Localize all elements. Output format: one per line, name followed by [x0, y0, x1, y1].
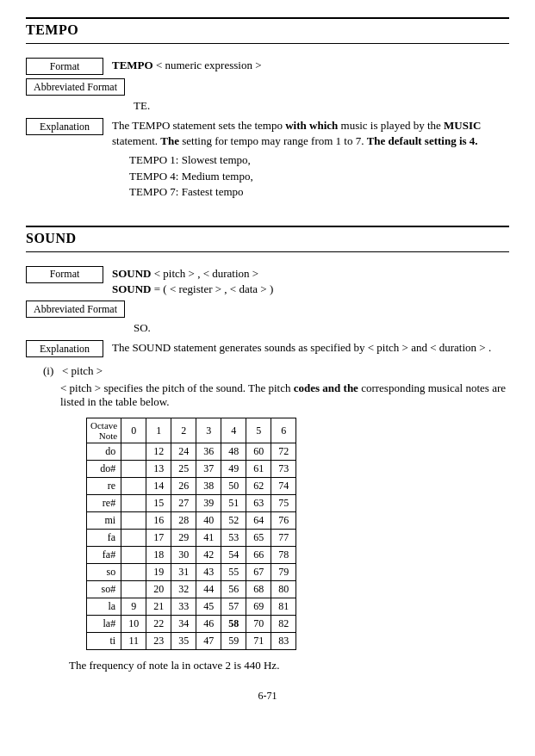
- cell: 44: [196, 581, 221, 598]
- tempo-items: TEMPO 1: Slowest tempo, TEMPO 4: Medium …: [129, 152, 509, 200]
- tempo-format-text: < numeric expression >: [156, 59, 262, 71]
- note-re-sharp: re#: [87, 495, 121, 512]
- cell: 12: [146, 443, 171, 461]
- sound-divider-top: [26, 226, 509, 227]
- cell: 77: [271, 530, 296, 547]
- table-row: fa# 18 30 42 54 66 78: [87, 547, 296, 564]
- tempo-item-4: TEMPO 4: Medium tempo,: [129, 169, 509, 184]
- cell: 83: [271, 633, 296, 650]
- col-header-3: 3: [196, 418, 221, 443]
- tempo-abbrev-label: Abbreviated Format: [26, 78, 125, 96]
- table-row: do 12 24 36 48 60 72: [87, 443, 296, 461]
- cell: 47: [196, 633, 221, 650]
- cell: 81: [271, 598, 296, 616]
- cell: 30: [171, 547, 196, 564]
- cell: 19: [146, 564, 171, 581]
- cell: 74: [271, 478, 296, 495]
- col-header-1: 1: [146, 418, 171, 443]
- cell: 73: [271, 461, 296, 478]
- tempo-explanation-label: Explanation: [26, 118, 103, 135]
- section-divider-top: [26, 17, 509, 19]
- cell: 18: [146, 547, 171, 564]
- sound-format-text1: < pitch > , < duration >: [154, 267, 258, 280]
- cell: [121, 530, 146, 547]
- cell: 32: [171, 581, 196, 598]
- cell: 62: [246, 478, 271, 495]
- cell: [121, 581, 146, 598]
- tempo-abbrev-value: TE.: [134, 99, 150, 113]
- cell: 80: [271, 581, 296, 598]
- cell: 40: [196, 512, 221, 530]
- cell: 43: [196, 564, 221, 581]
- table-row: re# 15 27 39 51 63 75: [87, 495, 296, 512]
- sound-pitch-section: (i) < pitch > < pitch > specifies the pi…: [43, 364, 509, 409]
- cell: 41: [196, 530, 221, 547]
- sound-format-label: Format: [26, 266, 103, 283]
- cell: 20: [146, 581, 171, 598]
- cell: 45: [196, 598, 221, 616]
- cell: 26: [171, 478, 196, 495]
- note-do: do: [87, 443, 121, 461]
- sound-keyword2: SOUND: [112, 282, 152, 295]
- cell: 13: [146, 461, 171, 478]
- cell: [121, 495, 146, 512]
- note-la: la: [87, 598, 121, 616]
- cell: 70: [246, 616, 271, 633]
- cell: 14: [146, 478, 171, 495]
- cell: 37: [196, 461, 221, 478]
- cell: 52: [221, 512, 246, 530]
- cell: 48: [221, 443, 246, 461]
- cell: 72: [271, 443, 296, 461]
- sound-pitch-label: (i) < pitch >: [43, 364, 509, 378]
- cell: 71: [246, 633, 271, 650]
- cell: 9: [121, 598, 146, 616]
- cell: [121, 443, 146, 461]
- cell: 21: [146, 598, 171, 616]
- col-header-5: 5: [246, 418, 271, 443]
- note-ti: ti: [87, 633, 121, 650]
- note-re: re: [87, 478, 121, 495]
- cell: 36: [196, 443, 221, 461]
- cell: 67: [246, 564, 271, 581]
- cell: 28: [171, 512, 196, 530]
- cell: 64: [246, 512, 271, 530]
- cell: 75: [271, 495, 296, 512]
- cell: 56: [221, 581, 246, 598]
- note-so: so: [87, 564, 121, 581]
- page-number: 6-71: [26, 690, 509, 703]
- cell: [121, 461, 146, 478]
- tempo-explanation-content: The TEMPO statement sets the tempo with …: [112, 118, 509, 200]
- note-do-sharp: do#: [87, 461, 121, 478]
- sound-explanation-content: The SOUND statement generates sounds as …: [112, 340, 509, 356]
- tempo-format-row: Format TEMPO < numeric expression >: [26, 58, 509, 75]
- tempo-format-content: TEMPO < numeric expression >: [112, 58, 509, 73]
- note-la-sharp: la#: [87, 616, 121, 633]
- cell: 35: [171, 633, 196, 650]
- table-corner: OctaveNote: [87, 418, 121, 443]
- cell: 53: [221, 530, 246, 547]
- col-header-6: 6: [271, 418, 296, 443]
- sound-format-text2: = ( < register > , < data > ): [154, 282, 273, 295]
- sound-section: SOUND Format SOUND < pitch > , < duratio…: [26, 226, 509, 672]
- section-divider-bottom: [26, 43, 509, 44]
- cell: [121, 512, 146, 530]
- cell: 22: [146, 616, 171, 633]
- cell: 55: [221, 564, 246, 581]
- sound-title: SOUND: [26, 231, 509, 246]
- cell: 50: [221, 478, 246, 495]
- sound-abbrev-label: Abbreviated Format: [26, 301, 125, 318]
- sound-table-container: OctaveNote 0 1 2 3 4 5 6 do 12 24 36 48 …: [60, 418, 509, 672]
- tempo-format-label: Format: [26, 58, 103, 75]
- cell: 46: [196, 616, 221, 633]
- sound-abbrev-value-row: SO.: [134, 321, 509, 335]
- sound-explanation-text: The SOUND statement generates sounds as …: [112, 341, 491, 354]
- sound-format-row: Format SOUND < pitch > , < duration > SO…: [26, 266, 509, 297]
- sound-abbrev-row: Abbreviated Format: [26, 301, 509, 318]
- sound-format-content: SOUND < pitch > , < duration > SOUND = (…: [112, 266, 509, 297]
- cell: [121, 564, 146, 581]
- tempo-explanation-text: The TEMPO statement sets the tempo with …: [112, 119, 481, 147]
- tempo-title: TEMPO: [26, 22, 509, 38]
- cell: 16: [146, 512, 171, 530]
- cell: 27: [171, 495, 196, 512]
- tempo-item-7: TEMPO 7: Fastest tempo: [129, 184, 509, 200]
